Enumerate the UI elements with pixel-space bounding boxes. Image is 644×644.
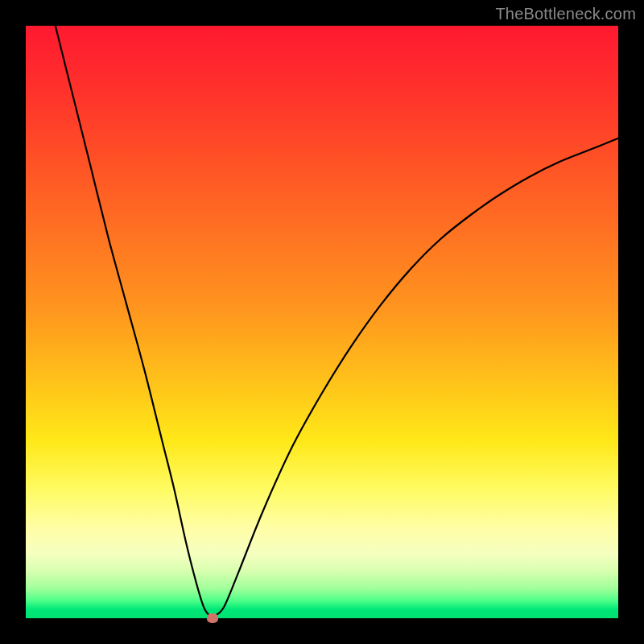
watermark-text: TheBottleneck.com xyxy=(495,5,636,23)
plot-area xyxy=(26,26,618,618)
minimum-marker xyxy=(207,613,218,623)
chart-frame: TheBottleneck.com xyxy=(0,0,644,644)
bottleneck-curve xyxy=(26,26,618,618)
